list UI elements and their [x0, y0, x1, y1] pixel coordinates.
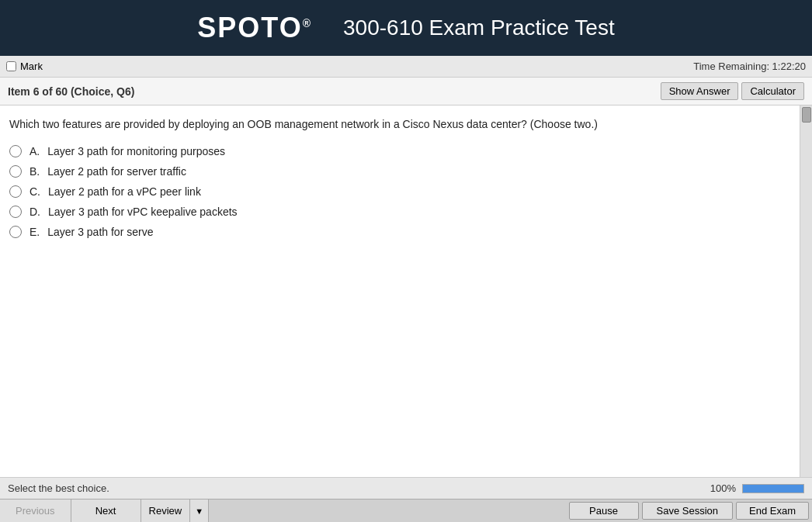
review-btn-wrapper: Review ▼ — [141, 500, 210, 522]
app-header: SPOTO® 300-610 Exam Practice Test — [0, 0, 812, 56]
mark-checkbox-label[interactable]: Mark — [6, 60, 43, 72]
next-button[interactable]: Next — [71, 500, 141, 522]
footer-right: Pause Save Session End Exam — [566, 500, 812, 522]
option-c-radio[interactable] — [9, 185, 22, 198]
option-e-text: Layer 3 path for serve — [47, 226, 153, 238]
progress-bar-bg — [742, 484, 804, 493]
option-a-radio[interactable] — [9, 145, 22, 157]
review-button[interactable]: Review — [141, 500, 191, 522]
mark-bar: Mark Time Remaining: 1:22:20 — [0, 56, 812, 78]
scrollbar-thumb[interactable] — [802, 107, 811, 123]
options-list: A. Layer 3 path for monitoring purposes … — [9, 145, 790, 238]
question-text: Which two features are provided by deplo… — [9, 116, 790, 133]
option-b-text: Layer 2 path for server traffic — [47, 165, 186, 178]
item-label: Item 6 of 60 (Choice, Q6) — [8, 85, 134, 98]
option-b-radio[interactable] — [9, 165, 22, 178]
option-d-letter: D. — [29, 206, 40, 218]
option-e-letter: E. — [29, 226, 40, 238]
footer-left: Previous Next Review ▼ — [0, 500, 209, 522]
progress-area: 100% — [710, 482, 804, 494]
option-c-letter: C. — [29, 185, 40, 198]
list-item[interactable]: D. Layer 3 path for vPC keepalive packet… — [9, 206, 790, 218]
list-item[interactable]: E. Layer 3 path for serve — [9, 226, 790, 238]
exam-title: 300-610 Exam Practice Test — [343, 16, 615, 40]
question-area: Which two features are provided by deplo… — [0, 105, 800, 477]
show-answer-button[interactable]: Show Answer — [661, 82, 739, 100]
list-item[interactable]: B. Layer 2 path for server traffic — [9, 165, 790, 178]
pause-button[interactable]: Pause — [569, 502, 639, 520]
option-d-text: Layer 3 path for vPC keepalive packets — [48, 206, 238, 218]
question-header: Item 6 of 60 (Choice, Q6) Show Answer Ca… — [0, 78, 812, 105]
scrollbar-track[interactable] — [800, 105, 812, 477]
calculator-button[interactable]: Calculator — [741, 82, 804, 100]
option-b-letter: B. — [29, 165, 40, 178]
content-wrapper: Which two features are provided by deplo… — [0, 105, 812, 477]
option-c-text: Layer 2 path for a vPC peer link — [48, 185, 201, 198]
list-item[interactable]: A. Layer 3 path for monitoring purposes — [9, 145, 790, 157]
option-d-radio[interactable] — [9, 206, 22, 218]
option-a-letter: A. — [29, 145, 40, 157]
option-e-radio[interactable] — [9, 226, 22, 238]
time-remaining: Time Remaining: 1:22:20 — [693, 60, 806, 72]
option-a-text: Layer 3 path for monitoring purposes — [47, 145, 225, 157]
review-dropdown-button[interactable]: ▼ — [190, 500, 209, 522]
mark-label: Mark — [20, 60, 43, 72]
status-hint: Select the best choice. — [8, 482, 109, 494]
footer-bar: Previous Next Review ▼ Pause Save Sessio… — [0, 499, 812, 522]
header-buttons: Show Answer Calculator — [661, 82, 804, 100]
end-exam-button[interactable]: End Exam — [736, 502, 809, 520]
list-item[interactable]: C. Layer 2 path for a vPC peer link — [9, 185, 790, 198]
save-session-button[interactable]: Save Session — [642, 502, 734, 520]
progress-label: 100% — [710, 482, 736, 494]
previous-button[interactable]: Previous — [0, 500, 71, 522]
progress-bar-fill — [743, 485, 803, 493]
brand-logo: SPOTO® — [197, 12, 312, 44]
mark-checkbox[interactable] — [6, 61, 16, 71]
status-bar: Select the best choice. 100% — [0, 477, 812, 499]
